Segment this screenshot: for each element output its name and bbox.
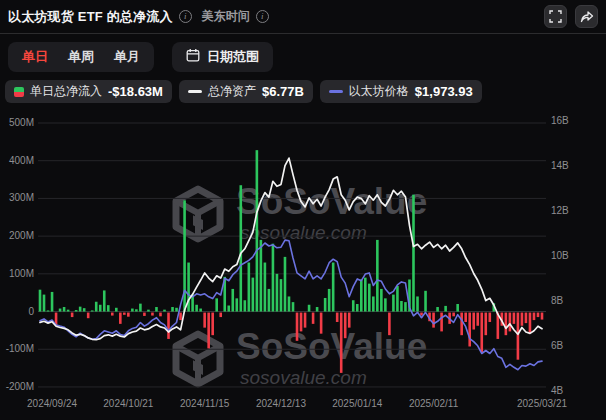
- svg-text:12B: 12B: [551, 205, 569, 216]
- svg-text:2025/01/14: 2025/01/14: [332, 398, 382, 409]
- svg-text:10B: 10B: [551, 250, 569, 261]
- etf-netflow-panel: 以太坊现货 ETF 的总净流入 i 美东时间 i 单日 单周 单月 日期范围 单…: [0, 0, 606, 420]
- svg-text:14B: 14B: [551, 160, 569, 171]
- svg-text:2024/12/13: 2024/12/13: [256, 398, 306, 409]
- svg-text:100M: 100M: [9, 268, 34, 279]
- svg-text:4B: 4B: [551, 385, 564, 396]
- svg-text:6B: 6B: [551, 340, 564, 351]
- svg-text:2024/11/15: 2024/11/15: [180, 398, 230, 409]
- svg-text:200M: 200M: [9, 230, 34, 241]
- svg-text:-100M: -100M: [6, 343, 34, 354]
- svg-text:-200M: -200M: [6, 381, 34, 392]
- svg-text:300M: 300M: [9, 192, 34, 203]
- svg-text:8B: 8B: [551, 295, 564, 306]
- svg-text:2024/10/21: 2024/10/21: [103, 398, 153, 409]
- svg-text:16B: 16B: [551, 115, 569, 126]
- svg-text:500M: 500M: [9, 117, 34, 128]
- combo-chart-plot[interactable]: 500M400M300M200M100M0-100M-200M16B14B12B…: [0, 0, 606, 420]
- svg-text:2025/03/21: 2025/03/21: [517, 398, 567, 409]
- svg-text:2025/02/11: 2025/02/11: [409, 398, 459, 409]
- svg-text:400M: 400M: [9, 155, 34, 166]
- svg-text:2024/09/24: 2024/09/24: [27, 398, 77, 409]
- svg-text:0: 0: [28, 306, 34, 317]
